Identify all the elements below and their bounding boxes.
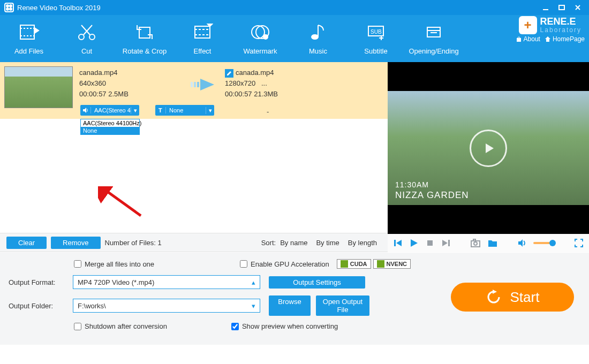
homepage-link[interactable]: HomePage bbox=[545, 35, 585, 43]
svg-marker-44 bbox=[486, 143, 494, 153]
subtitle-icon: SUB bbox=[365, 20, 387, 44]
open-folder-button[interactable] bbox=[487, 238, 498, 248]
prev-button[interactable] bbox=[393, 238, 403, 248]
svg-point-2 bbox=[6, 8, 9, 10]
svg-rect-36 bbox=[194, 82, 196, 87]
brand-block: + RENE.E Laboratory About HomePage bbox=[516, 16, 585, 43]
svg-point-24 bbox=[312, 35, 318, 39]
file-area: canada.mp4 640x360 00:00:57 2.5MB canada… bbox=[0, 62, 589, 253]
svg-marker-40 bbox=[83, 108, 86, 113]
volume-slider[interactable] bbox=[533, 242, 555, 244]
source-duration: 00:00:57 bbox=[79, 90, 107, 98]
open-output-file-button[interactable]: Open Output File bbox=[316, 295, 369, 316]
svg-marker-34 bbox=[545, 36, 550, 42]
tool-add-files[interactable]: Add Files bbox=[0, 18, 58, 55]
arrow-icon bbox=[187, 74, 218, 95]
show-preview-checkbox[interactable] bbox=[231, 323, 239, 330]
file-row[interactable]: canada.mp4 640x360 00:00:57 2.5MB canada… bbox=[0, 62, 388, 119]
file-count: 1 bbox=[158, 239, 162, 247]
svg-rect-5 bbox=[559, 5, 564, 10]
close-button[interactable] bbox=[571, 3, 585, 12]
play-button[interactable] bbox=[409, 238, 419, 248]
source-filename: canada.mp4 bbox=[79, 67, 181, 78]
sort-by-length[interactable]: By length bbox=[348, 239, 377, 247]
sort-by-time[interactable]: By time bbox=[316, 239, 339, 247]
output-folder-label: Output Folder: bbox=[9, 302, 73, 310]
audio-track-options[interactable]: AAC(Stereo 44100Hz) None bbox=[80, 119, 140, 135]
about-link[interactable]: About bbox=[516, 35, 540, 43]
audio-option-aac[interactable]: AAC(Stereo 44100Hz) bbox=[81, 119, 139, 127]
svg-marker-38 bbox=[200, 79, 214, 90]
output-format-label: Output Format: bbox=[9, 278, 73, 286]
next-button[interactable] bbox=[441, 238, 451, 248]
output-settings-button[interactable]: Output Settings bbox=[269, 276, 365, 289]
volume-icon[interactable] bbox=[517, 238, 527, 248]
file-count-label: Number of Files: bbox=[105, 239, 156, 247]
svg-rect-37 bbox=[197, 82, 199, 87]
sort-bar: Clear Remove Number of Files: 1 Sort: By… bbox=[0, 233, 388, 252]
svg-text:T: T bbox=[158, 107, 162, 113]
start-button[interactable]: Start bbox=[451, 283, 574, 312]
sort-label: Sort: bbox=[261, 239, 276, 247]
brand-name: RENE.E bbox=[540, 17, 582, 26]
svg-point-0 bbox=[6, 5, 9, 7]
tool-effect[interactable]: Effect bbox=[173, 18, 231, 55]
maximize-button[interactable] bbox=[555, 3, 569, 12]
brand-sub: Laboratory bbox=[540, 26, 582, 34]
output-format-combo[interactable]: MP4 720P Video (*.mp4) ▴ bbox=[73, 275, 260, 289]
svg-rect-45 bbox=[394, 240, 396, 246]
remove-button[interactable]: Remove bbox=[51, 237, 100, 249]
footer-settings: Merge all files into one Enable GPU Acce… bbox=[0, 253, 589, 345]
brand-logo-icon: + bbox=[519, 16, 537, 34]
gpu-checkbox[interactable] bbox=[240, 260, 247, 268]
video-preview[interactable]: 11:30AM NIZZA GARDEN bbox=[388, 62, 589, 234]
svg-marker-54 bbox=[518, 239, 523, 247]
file-thumbnail bbox=[4, 66, 73, 108]
play-overlay-button[interactable] bbox=[470, 130, 507, 167]
file-list: canada.mp4 640x360 00:00:57 2.5MB canada… bbox=[0, 62, 388, 252]
audio-option-none[interactable]: None bbox=[81, 127, 139, 134]
audio-track-dropdown[interactable]: AAC(Stereo 4 ▾ bbox=[80, 105, 139, 116]
snapshot-button[interactable] bbox=[470, 238, 481, 248]
svg-point-52 bbox=[474, 242, 477, 245]
preview-controls bbox=[388, 234, 589, 252]
svg-text:SUB: SUB bbox=[371, 29, 382, 35]
browse-button[interactable]: Browse bbox=[269, 295, 311, 316]
svg-line-43 bbox=[104, 189, 141, 216]
clear-button[interactable]: Clear bbox=[6, 237, 47, 249]
svg-marker-46 bbox=[396, 240, 402, 246]
show-preview-label: Show preview when converting bbox=[242, 322, 338, 330]
subtitle-track-dropdown[interactable]: T None ▾ bbox=[155, 105, 214, 116]
chevron-down-icon: ▾ bbox=[131, 107, 139, 114]
svg-line-14 bbox=[84, 25, 92, 35]
tool-music[interactable]: Music bbox=[289, 18, 347, 55]
edit-icon[interactable] bbox=[225, 69, 233, 78]
svg-rect-17 bbox=[195, 26, 210, 38]
sort-by-name[interactable]: By name bbox=[280, 239, 307, 247]
nvenc-chip: NVENC bbox=[373, 259, 411, 269]
speaker-icon bbox=[80, 107, 91, 113]
fullscreen-button[interactable] bbox=[574, 238, 584, 248]
dest-duration: 00:00:57 bbox=[225, 90, 252, 98]
svg-point-23 bbox=[263, 35, 268, 39]
svg-rect-33 bbox=[517, 38, 521, 42]
minimize-button[interactable] bbox=[539, 3, 553, 12]
scissors-icon bbox=[76, 20, 97, 44]
svg-rect-53 bbox=[473, 239, 475, 241]
merge-checkbox[interactable] bbox=[74, 260, 81, 268]
tool-subtitle[interactable]: SUB Subtitle bbox=[347, 18, 405, 55]
output-folder-combo[interactable]: F:\works\ ▾ bbox=[73, 299, 260, 313]
annotation-arrow bbox=[98, 186, 146, 221]
tool-opening-ending[interactable]: Opening/Ending bbox=[405, 18, 463, 55]
dest-filename: canada.mp4 bbox=[236, 69, 274, 77]
tool-rotate-crop[interactable]: Rotate & Crop bbox=[116, 18, 173, 55]
shutdown-checkbox[interactable] bbox=[74, 323, 81, 330]
tool-cut[interactable]: Cut bbox=[58, 18, 116, 55]
stop-button[interactable] bbox=[425, 238, 435, 248]
gpu-label: Enable GPU Acceleration bbox=[251, 260, 329, 268]
opening-ending-icon bbox=[423, 20, 444, 44]
preview-panel: 11:30AM NIZZA GARDEN bbox=[388, 62, 589, 252]
tool-watermark[interactable]: Watermark bbox=[231, 18, 289, 55]
chevron-down-icon: ▾ bbox=[252, 302, 255, 310]
preview-overlay-text: 11:30AM NIZZA GARDEN bbox=[395, 180, 469, 201]
